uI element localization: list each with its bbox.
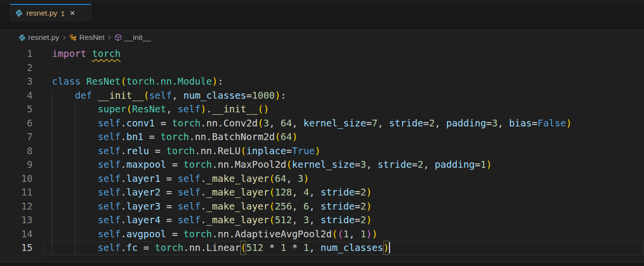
python-file-icon <box>15 9 23 17</box>
code-token: = <box>149 145 166 157</box>
code-token: conv1 <box>126 118 155 129</box>
code-token: , <box>292 201 303 212</box>
code-token: 2 <box>417 159 423 170</box>
code-line-content[interactable]: import torch <box>43 47 644 61</box>
code-line[interactable]: 1import torch <box>0 47 644 61</box>
code-line-content[interactable]: self.relu = torch.nn.ReLU(inplace=True) <box>43 144 644 159</box>
indent-guide-icon <box>75 186 75 200</box>
code-line-content[interactable]: self.bn1 = torch.nn.BatchNorm2d(64) <box>43 130 644 144</box>
code-token: ( <box>269 173 275 184</box>
code-lines: 1import torch23class ResNet(torch.nn.Mod… <box>0 47 644 255</box>
code-line[interactable]: 12 self.layer3 = self._make_layer(256, 6… <box>0 200 644 214</box>
line-number: 2 <box>0 61 43 75</box>
code-line-content[interactable]: self.layer4 = self._make_layer(512, 3, s… <box>43 213 644 228</box>
code-line-content[interactable]: super(ResNet, self).__init__() <box>43 103 644 117</box>
code-line[interactable]: 3class ResNet(torch.nn.Module): <box>0 75 644 89</box>
code-token: self <box>98 159 121 170</box>
code-token: self <box>98 201 121 212</box>
code-line-content[interactable]: self.avgpool = torch.nn.AdaptiveAvgPool2… <box>43 228 644 242</box>
code-line[interactable]: 10 self.layer1 = self._make_layer(64, 3) <box>0 172 644 186</box>
code-token <box>92 90 98 101</box>
code-token: . <box>121 131 126 142</box>
code-token: , <box>498 118 509 129</box>
code-line-content[interactable]: self.maxpool = torch.nn.MaxPool2d(kernel… <box>43 158 644 172</box>
code-line-content[interactable]: self.conv1 = torch.nn.Conv2d(3, 64, kern… <box>43 117 644 131</box>
code-token: ( <box>269 187 275 198</box>
breadcrumb-item-method[interactable]: __init__ <box>114 33 151 42</box>
code-token: torch.nn.Module <box>126 76 212 87</box>
code-token: _make_layer <box>206 214 269 226</box>
code-token: num_classes <box>321 242 383 253</box>
code-token: layer4 <box>126 214 161 226</box>
code-line[interactable]: 6 self.conv1 = torch.nn.Conv2d(3, 64, ke… <box>0 117 644 131</box>
code-line-content[interactable] <box>43 61 644 75</box>
panel-edge-strip <box>0 262 644 266</box>
code-line-content[interactable]: self.layer3 = self._make_layer(256, 6, s… <box>43 200 644 214</box>
code-token: = <box>161 173 178 184</box>
code-line[interactable]: 2 <box>0 61 644 75</box>
code-token: = <box>532 118 537 129</box>
indent-guide-icon <box>52 213 53 228</box>
code-line[interactable]: 14 self.avgpool = torch.nn.AdaptiveAvgPo… <box>0 228 644 242</box>
code-token: layer3 <box>126 201 161 212</box>
text-cursor <box>389 242 390 253</box>
code-token: = <box>486 118 492 129</box>
line-number: 9 <box>0 158 43 172</box>
code-token: ) <box>566 118 572 129</box>
code-token: 1 <box>360 229 366 240</box>
indent-guide-icon <box>75 130 75 144</box>
code-token: , <box>292 214 303 226</box>
code-token: 512 <box>246 242 263 253</box>
code-token: stride <box>389 118 423 129</box>
breadcrumb-item-class[interactable]: ResNet <box>69 33 105 42</box>
breadcrumb-file-label: resnet.py <box>28 33 59 42</box>
code-line[interactable]: 7 self.bn1 = torch.nn.BatchNorm2d(64) <box>0 130 644 144</box>
code-line[interactable]: 11 self.layer2 = self._make_layer(128, 4… <box>0 186 644 200</box>
code-line-content[interactable]: def __init__(self, num_classes=1000): <box>43 89 644 103</box>
code-token: 6 <box>304 201 309 212</box>
code-line[interactable]: 4 def __init__(self, num_classes=1000): <box>0 89 644 103</box>
code-line[interactable]: 9 self.maxpool = torch.nn.MaxPool2d(kern… <box>0 158 644 172</box>
code-token: 1000 <box>252 90 275 101</box>
code-line[interactable]: 15 self.fc = torch.nn.Linear(512 * 1 * 1… <box>0 241 644 255</box>
breadcrumb-class-label: ResNet <box>79 33 105 42</box>
code-token: .nn.ReLU <box>195 145 241 157</box>
tab-resnet-py[interactable]: resnet.py 1 ✕ <box>10 4 91 21</box>
code-token: relu <box>126 145 149 157</box>
code-token: ( <box>286 159 292 170</box>
code-token: . <box>121 229 126 240</box>
code-token: self <box>178 214 200 226</box>
indent-guide-icon <box>75 144 75 159</box>
code-token: : <box>218 76 224 87</box>
code-token: ( <box>332 229 338 240</box>
indent-guide-icon <box>52 186 53 200</box>
line-number: 11 <box>0 186 43 200</box>
code-line[interactable]: 5 super(ResNet, self).__init__() <box>0 103 644 117</box>
code-line-content[interactable]: self.layer2 = self._make_layer(128, 4, s… <box>43 186 644 200</box>
code-line-content[interactable]: self.fc = torch.nn.Linear(512 * 1 * 1, n… <box>43 241 644 255</box>
close-icon[interactable]: ✕ <box>70 10 75 17</box>
code-token: 512 <box>275 214 292 226</box>
code-token: stride <box>321 187 355 198</box>
code-token: = <box>366 118 372 129</box>
tab-badge: 1 <box>61 9 65 18</box>
code-token: = <box>355 159 360 170</box>
code-token: 3 <box>298 173 304 184</box>
line-number: 3 <box>0 75 43 89</box>
code-token: = <box>355 214 360 226</box>
code-line-content[interactable]: class ResNet(torch.nn.Module): <box>43 75 644 89</box>
code-token: ) <box>366 214 372 226</box>
code-line-content[interactable]: self.layer1 = self._make_layer(64, 3) <box>43 172 644 186</box>
code-line[interactable]: 13 self.layer4 = self._make_layer(512, 3… <box>0 213 644 228</box>
code-token: ( <box>338 229 343 240</box>
code-editor[interactable]: 1import torch23class ResNet(torch.nn.Mod… <box>0 45 644 262</box>
code-token: , <box>309 187 320 198</box>
code-line[interactable]: 8 self.relu = torch.nn.ReLU(inplace=True… <box>0 144 644 159</box>
breadcrumb-item-file[interactable]: resnet.py <box>18 33 59 42</box>
indent-guide-icon <box>75 117 75 131</box>
code-token: 2 <box>360 187 366 198</box>
line-number: 13 <box>0 213 43 228</box>
symbol-class-icon <box>69 34 77 41</box>
vscode-editor-window: resnet.py 1 ✕ resnet.py › ResNet › <box>0 0 644 266</box>
code-token: torch <box>166 145 195 157</box>
